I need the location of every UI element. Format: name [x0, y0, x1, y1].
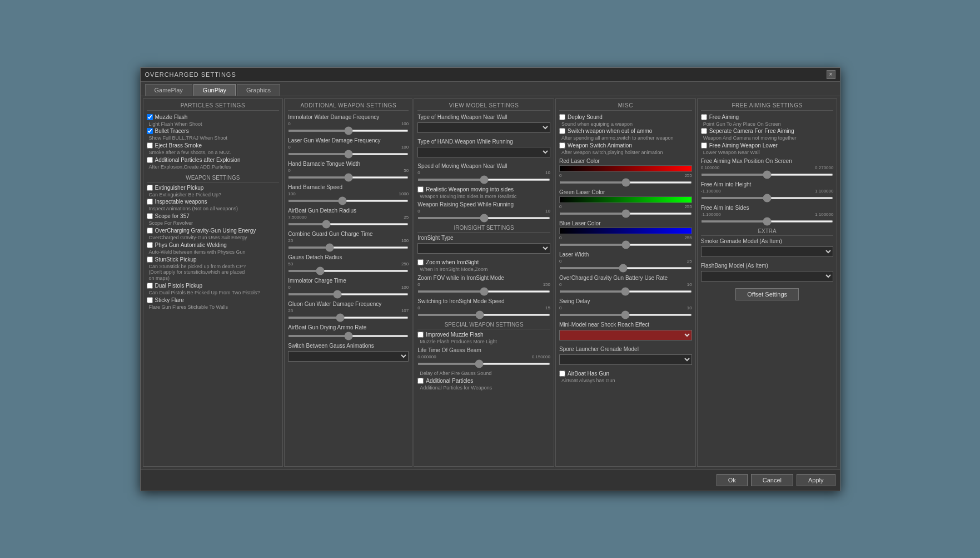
airboat-drying-slider[interactable] [288, 335, 409, 337]
additional-particles-special-checkbox[interactable] [417, 378, 424, 384]
close-button[interactable]: × [827, 70, 835, 79]
airboat-gun-row: AirBoat Has Gun [559, 371, 692, 377]
free-aim-sides-max: 1.100000 [815, 212, 833, 217]
weapon-raising-container: Weapon Raising Speed While Running 0 10 [417, 201, 550, 220]
scope-357-checkbox[interactable] [147, 213, 153, 219]
laser-gun-water-max: 100 [401, 145, 409, 150]
improved-muzzle-checkbox[interactable] [417, 332, 424, 338]
free-aim-sides-container: Free Aim into Sides -1.100000 1.100000 [701, 205, 834, 224]
swing-delay-min: 0 [559, 305, 561, 310]
free-aiming-max-pos-slider[interactable] [701, 174, 834, 176]
immolator-water-label: Immolator Water Damage Frequency [288, 114, 409, 120]
gluon-gun-slider[interactable] [288, 317, 409, 319]
misc-header: MISC [559, 102, 692, 111]
extinguisher-subtext: Can Extinguisher Be Picked Up? [149, 192, 280, 198]
weapon-raising-label: Weapon Raising Speed While Running [417, 201, 550, 208]
deploy-sound-checkbox[interactable] [559, 114, 565, 120]
muzzle-flash-checkbox[interactable] [147, 114, 153, 120]
phys-gun-subtext: Auto-Weld between items with Physics Gun [149, 249, 280, 255]
gauss-beam-slider[interactable] [417, 363, 550, 365]
additional-particles-explosion-checkbox[interactable] [147, 157, 153, 163]
gauss-fire-sound-subtext: Delay of After Fire Gauss Sound [420, 371, 550, 377]
weapon-raising-min: 0 [417, 209, 420, 214]
immolator-water-slider-container: Immolator Water Damage Frequency 0 100 [288, 114, 409, 133]
tab-gameplay[interactable]: GamePlay [145, 84, 192, 96]
stunstick-checkbox[interactable] [147, 256, 153, 263]
particles-header: PARTICLES SETTINGS [147, 102, 280, 111]
mini-model-select[interactable] [559, 330, 692, 340]
airboat-drying-label: AirBoat Gun Drying Ammo Rate [288, 324, 409, 330]
green-laser-slider[interactable] [559, 213, 692, 215]
ok-button[interactable]: Ok [717, 474, 748, 486]
hand-barnacle-speed-slider[interactable] [288, 200, 409, 202]
extinguisher-checkbox[interactable] [147, 185, 153, 191]
weapon-switch-anim-checkbox[interactable] [559, 142, 565, 149]
free-aim-height-slider[interactable] [701, 197, 834, 199]
offset-settings-button[interactable]: Offset Settings [735, 288, 799, 300]
realistic-weapon-subtext: Weapon Moving into sides is more Realist… [420, 194, 550, 200]
swing-delay-label: Swing Delay [559, 298, 692, 304]
tab-gunplay[interactable]: GunPlay [193, 84, 236, 96]
switching-ironsight-slider[interactable] [417, 314, 550, 316]
immolator-water-slider[interactable] [288, 130, 409, 132]
zoom-ironsight-checkbox[interactable] [417, 259, 424, 265]
immolator-charge-slider[interactable] [288, 293, 409, 295]
stunstick-row: StunStick Pickup [147, 256, 280, 263]
hand-weapon-running-select[interactable] [417, 147, 550, 157]
blue-laser-slider[interactable] [559, 244, 692, 246]
additional-weapon-header: ADDITIONAL WEAPON SETTINGS [288, 102, 409, 111]
combine-guard-slider[interactable] [288, 246, 409, 249]
bullet-tracers-checkbox[interactable] [147, 128, 153, 134]
laser-width-slider[interactable] [559, 267, 692, 269]
separate-camera-checkbox[interactable] [701, 128, 707, 134]
green-laser-max: 255 [684, 204, 692, 209]
airboat-detach-slider[interactable] [288, 223, 409, 225]
free-aim-sides-label: Free Aim into Sides [701, 205, 834, 211]
dual-pistols-checkbox[interactable] [147, 283, 153, 289]
weapon-switch-anim-subtext: After weapon switch,playing holster anim… [561, 150, 692, 156]
speed-moving-slider[interactable] [417, 179, 550, 181]
speed-moving-max: 10 [545, 170, 550, 175]
gauss-animations-container: Switch Between Gauss Animations [288, 343, 409, 363]
spore-launcher-select[interactable] [559, 354, 692, 365]
airboat-gun-checkbox[interactable] [559, 371, 565, 377]
laser-gun-water-slider[interactable] [288, 153, 409, 155]
gauss-animations-select[interactable] [288, 351, 409, 362]
handling-near-wall-label: Type of Handling Weapon Near Wall [417, 114, 550, 120]
weapon-raising-slider[interactable] [417, 217, 550, 219]
gravity-battery-slider[interactable] [559, 290, 692, 293]
gluon-gun-min: 25 [288, 308, 293, 313]
red-laser-slider[interactable] [559, 181, 692, 184]
swing-delay-slider[interactable] [559, 314, 692, 316]
flashbang-model-select[interactable] [701, 271, 834, 282]
zoom-fov-max: 150 [543, 282, 550, 287]
free-aiming-lower-checkbox[interactable] [701, 142, 707, 149]
gauss-beam-container: Life Time Of Gauss Beam 0.000000 0.15000… [417, 347, 550, 366]
eject-brass-subtext: Smoke after a few shoots, on a MUZ. [149, 150, 280, 156]
sticky-flare-checkbox[interactable] [147, 297, 153, 303]
handling-near-wall-select[interactable] [417, 122, 550, 133]
zoom-fov-slider[interactable] [417, 290, 550, 293]
free-aiming-checkbox[interactable] [701, 114, 707, 120]
apply-button[interactable]: Apply [797, 474, 835, 486]
smoke-grenade-select[interactable] [701, 246, 834, 257]
cancel-button[interactable]: Cancel [751, 474, 793, 486]
free-aiming-header: FREE AIMING SETTINGS [701, 102, 834, 111]
eject-brass-checkbox[interactable] [147, 142, 153, 149]
free-aim-sides-slider[interactable] [701, 220, 834, 223]
switch-weapon-checkbox[interactable] [559, 128, 565, 134]
phys-gun-checkbox[interactable] [147, 242, 153, 248]
hand-barnacle-width-slider[interactable] [288, 176, 409, 179]
muzzle-flash-label: Muzzle Flash [155, 114, 188, 120]
special-weapon-header: SPECIAL WEAPON SETTINGS [417, 322, 550, 329]
tab-graphics[interactable]: Graphics [237, 84, 280, 96]
ironsight-type-select[interactable] [417, 243, 550, 254]
hand-barnacle-speed-max: 1000 [399, 191, 409, 196]
zoom-ironsight-row: Zoom when IronSight [417, 259, 550, 265]
realistic-weapon-checkbox[interactable] [417, 186, 424, 192]
gauss-detach-slider[interactable] [288, 270, 409, 272]
blue-laser-label: Blue Laser Color [559, 220, 692, 226]
laser-gun-water-label: Laser Gun Water Damage Frequency [288, 137, 409, 144]
inspectable-weapons-checkbox[interactable] [147, 199, 153, 205]
overcharging-gravity-checkbox[interactable] [147, 228, 153, 234]
